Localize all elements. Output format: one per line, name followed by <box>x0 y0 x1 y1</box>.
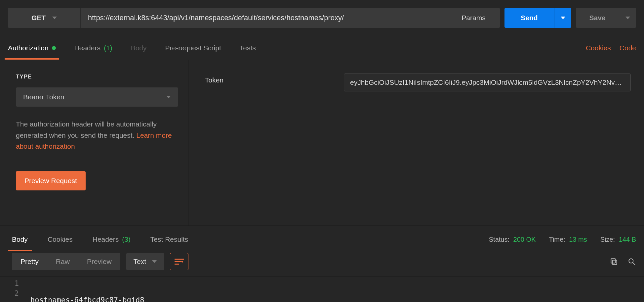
response-body-editor: 1 2 hostnames-64fbcd9c87-bqjd8 <box>0 276 644 302</box>
chevron-down-icon <box>561 17 565 19</box>
response-tabs: Body Cookies Headers (3) Test Results <box>12 229 188 250</box>
line-number: 2 <box>0 288 19 298</box>
auth-type-label: TYPE <box>16 74 178 80</box>
svg-rect-1 <box>611 259 615 263</box>
tab-count: (3) <box>122 235 131 243</box>
time-label: Time: <box>549 236 565 243</box>
tab-label: Body <box>131 44 147 52</box>
body-view-raw[interactable]: Raw <box>47 253 78 270</box>
code-link[interactable]: Code <box>620 44 636 52</box>
search-icon <box>627 257 636 266</box>
copy-response-button[interactable] <box>610 257 618 266</box>
tab-label: Test Results <box>150 235 188 243</box>
line-number: 1 <box>0 278 19 288</box>
send-dropdown[interactable] <box>554 8 571 28</box>
body-format-value: Text <box>134 258 146 266</box>
authorization-right: Token <box>188 60 644 226</box>
size-label: Size: <box>600 236 615 243</box>
params-button[interactable]: Params <box>447 8 500 28</box>
url-input[interactable] <box>81 8 447 28</box>
tab-body[interactable]: Body <box>131 37 147 59</box>
size-value: 144 B <box>619 236 636 243</box>
preview-request-button[interactable]: Preview Request <box>16 171 86 190</box>
response-meta: Status: 200 OK Time: 13 ms Size: 144 B <box>489 236 636 243</box>
code-area[interactable]: hostnames-64fbcd9c87-bqjd8 <box>25 277 644 302</box>
send-label: Send <box>521 14 538 22</box>
seg-label: Preview <box>87 258 112 266</box>
chevron-down-icon <box>166 96 171 98</box>
save-button[interactable]: Save <box>576 8 619 28</box>
seg-label: Raw <box>56 258 70 266</box>
tab-tests[interactable]: Tests <box>240 37 256 59</box>
wrap-icon <box>175 259 184 265</box>
http-method-select[interactable]: GET <box>8 8 81 28</box>
tab-label: Tests <box>240 44 256 52</box>
seg-label: Pretty <box>20 258 39 266</box>
body-format-select[interactable]: Text <box>126 253 164 270</box>
tab-authorization[interactable]: Authorization <box>8 37 56 59</box>
request-right-links: Cookies Code <box>586 44 636 52</box>
response-toolbar: Pretty Raw Preview Text <box>0 253 644 276</box>
save-label: Save <box>589 14 605 22</box>
preview-request-label: Preview Request <box>24 177 77 185</box>
tab-label: Headers <box>74 44 101 52</box>
cookies-link[interactable]: Cookies <box>586 44 611 52</box>
tab-label: Pre-request Script <box>165 44 221 52</box>
tab-label: Body <box>12 235 28 243</box>
chevron-down-icon <box>625 17 630 19</box>
status-dot-icon <box>52 46 56 50</box>
svg-rect-0 <box>613 260 617 265</box>
tab-response-cookies[interactable]: Cookies <box>48 229 73 250</box>
send-button-group: Send <box>504 8 571 28</box>
request-tabs: Authorization Headers (1) Body Pre-reque… <box>8 37 256 59</box>
auth-type-select[interactable]: Bearer Token <box>16 87 178 107</box>
body-view-pretty[interactable]: Pretty <box>12 253 47 270</box>
line-wrap-toggle[interactable] <box>170 253 188 270</box>
svg-point-2 <box>629 259 633 263</box>
http-method-value: GET <box>31 14 46 22</box>
size-meta: Size: 144 B <box>600 236 636 243</box>
auth-help-prefix: The authorization header will be automat… <box>16 120 157 139</box>
tab-prerequest-script[interactable]: Pre-request Script <box>165 37 221 59</box>
tab-label: Cookies <box>48 235 73 243</box>
tab-headers[interactable]: Headers (1) <box>74 37 112 59</box>
method-url-group: GET Params <box>8 8 500 28</box>
body-view-preview[interactable]: Preview <box>78 253 120 270</box>
authorization-left: TYPE Bearer Token The authorization head… <box>0 60 188 226</box>
token-label: Token <box>205 74 324 212</box>
save-dropdown[interactable] <box>619 8 636 28</box>
response-toolbar-right <box>610 257 636 266</box>
params-label: Params <box>462 14 485 22</box>
status-meta: Status: 200 OK <box>489 236 536 243</box>
body-view-mode: Pretty Raw Preview <box>12 253 120 270</box>
send-button[interactable]: Send <box>504 8 554 28</box>
response-tabs-row: Body Cookies Headers (3) Test Results St… <box>0 226 644 253</box>
authorization-panel: TYPE Bearer Token The authorization head… <box>0 60 644 226</box>
save-button-group: Save <box>576 8 636 28</box>
auth-help-text: The authorization header will be automat… <box>16 119 178 152</box>
tab-label: Headers <box>93 235 119 243</box>
tab-response-test-results[interactable]: Test Results <box>150 229 188 250</box>
auth-type-value: Bearer Token <box>23 93 64 101</box>
chevron-down-icon <box>152 260 157 263</box>
gutter: 1 2 <box>0 277 25 302</box>
time-meta: Time: 13 ms <box>549 236 587 243</box>
tab-response-headers[interactable]: Headers (3) <box>93 229 131 250</box>
tab-count: (1) <box>104 44 112 52</box>
copy-icon <box>610 257 618 266</box>
time-value: 13 ms <box>569 236 587 243</box>
svg-line-3 <box>633 263 635 265</box>
tab-label: Authorization <box>8 44 49 52</box>
status-label: Status: <box>489 236 509 243</box>
code-line: hostnames-64fbcd9c87-bqjd8 <box>30 295 639 302</box>
status-value: 200 OK <box>513 236 536 243</box>
token-input[interactable] <box>344 74 631 91</box>
url-bar: GET Params Send Save <box>0 0 644 36</box>
search-response-button[interactable] <box>627 257 636 266</box>
chevron-down-icon <box>52 17 57 19</box>
tab-response-body[interactable]: Body <box>12 229 28 250</box>
request-tabs-row: Authorization Headers (1) Body Pre-reque… <box>0 36 644 60</box>
